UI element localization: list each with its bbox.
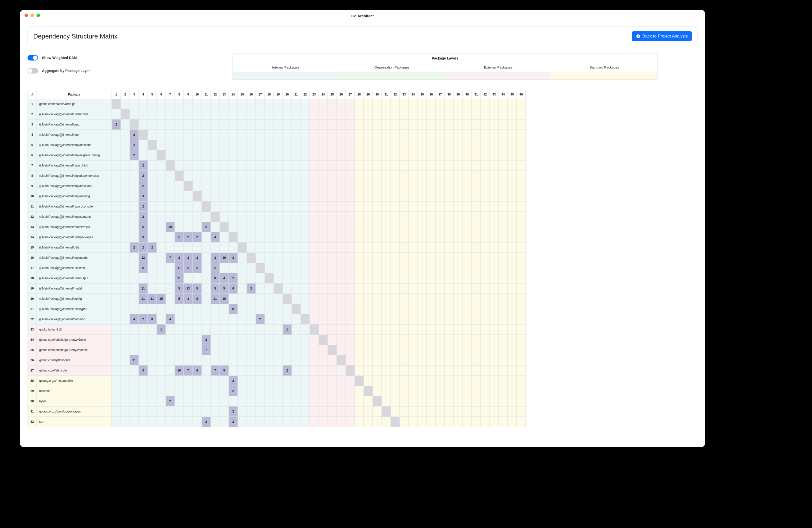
maximize-icon[interactable]	[37, 14, 40, 17]
dsm-cell	[481, 222, 490, 232]
switch-icon[interactable]	[28, 55, 38, 60]
dsm-cell	[184, 161, 193, 171]
close-icon[interactable]	[25, 14, 28, 17]
dsm-cell	[175, 243, 184, 253]
dsm-cell	[274, 171, 283, 181]
dsm-cell	[319, 407, 328, 417]
table-row: 29unicode2	[28, 386, 526, 396]
dsm-cell	[148, 161, 157, 171]
dsm-cell	[499, 212, 508, 222]
dsm-cell	[391, 376, 400, 386]
dsm-cell	[121, 243, 130, 253]
dsm-cell	[400, 273, 409, 283]
dsm-cell	[202, 202, 211, 212]
dsm-cell	[427, 263, 436, 273]
dsm-cell	[265, 150, 274, 161]
dsm-cell: 7	[166, 253, 175, 263]
dsm-cell	[121, 283, 130, 294]
dsm-cell	[310, 366, 319, 376]
dsm-cell	[418, 243, 427, 253]
dsm-cell	[391, 191, 400, 202]
dsm-cell	[193, 376, 202, 386]
dsm-cell	[364, 150, 373, 161]
dsm-cell	[265, 417, 274, 427]
dsm-cell	[238, 232, 247, 243]
back-button[interactable]: Back to Project Analysis	[632, 31, 692, 41]
dsm-cell	[427, 191, 436, 202]
dsm-cell	[175, 181, 184, 191]
dsm-cell	[319, 273, 328, 283]
row-index: 13	[28, 222, 37, 232]
dsm-cell: 2	[229, 386, 238, 396]
toggle-weighted-dsm[interactable]: Show Weighted DSM	[28, 55, 222, 60]
dsm-cell	[508, 304, 517, 314]
dsm-cell	[400, 171, 409, 181]
dsm-cell	[508, 171, 517, 181]
dsm-cell	[373, 243, 382, 253]
dsm-cell	[256, 119, 265, 130]
dsm-cell	[427, 232, 436, 243]
dsm-cell	[256, 324, 265, 335]
dsm-cell	[238, 130, 247, 140]
dsm-cell	[436, 253, 445, 263]
dsm-cell	[418, 140, 427, 150]
row-package: {{.MainPackage}}/internal/utils/arrays	[37, 109, 112, 119]
dsm-cell	[283, 345, 292, 355]
dsm-cell	[427, 202, 436, 212]
dsm-cell	[373, 324, 382, 335]
dsm-cell	[220, 202, 229, 212]
dsm-cell	[481, 202, 490, 212]
dsm-cell	[166, 109, 175, 119]
dsm-cell	[445, 119, 454, 130]
dsm-cell	[310, 376, 319, 386]
dsm-cell	[436, 335, 445, 345]
dsm-cell	[148, 181, 157, 191]
dsm-cell	[175, 222, 184, 232]
dsm-cell	[454, 345, 463, 355]
dsm-cell	[184, 171, 193, 181]
dsm-cell	[193, 99, 202, 109]
dsm-cell	[427, 273, 436, 283]
dsm-cell	[112, 273, 121, 283]
dsm-cell	[481, 376, 490, 386]
dsm-cell	[409, 263, 418, 273]
dsm-cell	[238, 119, 247, 130]
dsm-cell	[319, 386, 328, 396]
dsm-cell	[499, 335, 508, 345]
dsm-cell	[382, 161, 391, 171]
dsm-cell	[184, 109, 193, 119]
dsm-cell	[508, 130, 517, 140]
dsm-cell	[193, 202, 202, 212]
dsm-cell	[508, 263, 517, 273]
dsm-cell	[364, 355, 373, 366]
dsm-cell	[265, 232, 274, 243]
dsm-cell	[184, 181, 193, 191]
dsm-cell	[211, 407, 220, 417]
dsm-cell	[184, 222, 193, 232]
dsm-cell	[238, 345, 247, 355]
dsm-cell: 2	[202, 417, 211, 427]
dsm-cell	[373, 99, 382, 109]
dsm-cell	[157, 161, 166, 171]
dsm-cell	[400, 150, 409, 161]
dsm-cell	[355, 345, 364, 355]
dsm-cell	[373, 386, 382, 396]
dsm-cell	[220, 345, 229, 355]
dsm-cell	[463, 119, 472, 130]
dsm-cell	[400, 109, 409, 119]
dsm-cell	[517, 304, 526, 314]
dsm-cell	[427, 324, 436, 335]
dsm-cell	[310, 417, 319, 427]
dsm-cell	[391, 396, 400, 407]
dsm-cell	[220, 335, 229, 345]
row-index: 3	[28, 119, 37, 130]
dsm-cell	[283, 181, 292, 191]
switch-icon[interactable]	[28, 68, 38, 73]
toggle-aggregate-layer[interactable]: Aggregate by Package Layer	[28, 68, 222, 73]
minimize-icon[interactable]	[30, 14, 34, 17]
dsm-cell	[121, 407, 130, 417]
dsm-cell: 7	[202, 345, 211, 355]
dsm-cell: 4	[166, 314, 175, 324]
dsm-header-col: 34	[409, 90, 418, 99]
dsm-cell	[454, 222, 463, 232]
